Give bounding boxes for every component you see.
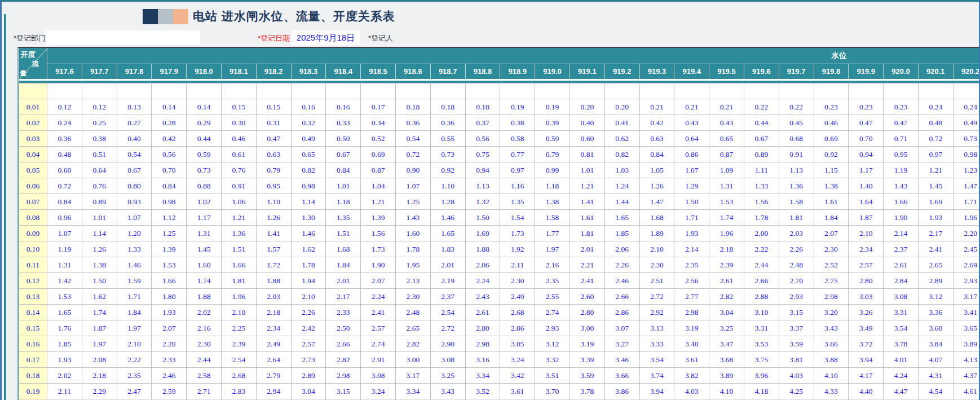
flow-value-cell: 3.74 (639, 368, 674, 384)
flow-value-cell: 2.01 (570, 241, 604, 257)
flow-value-cell: 2.94 (256, 384, 291, 399)
flow-value-cell: 2.35 (535, 273, 570, 289)
opening-row-label: 0.03 (19, 131, 47, 147)
flow-value-cell: 2.86 (500, 320, 535, 336)
flow-value-cell: 1.84 (117, 305, 152, 320)
flow-value-cell: 1.03 (604, 162, 639, 178)
flow-value-cell: 0.71 (884, 131, 919, 147)
flow-value-cell: 0.88 (187, 178, 222, 194)
flow-value-cell: 1.71 (117, 289, 152, 305)
flow-value-cell: 3.59 (570, 368, 604, 384)
water-level-column-header: 919.1 (570, 63, 604, 79)
flow-value-cell: 3.07 (604, 320, 639, 336)
flow-value-cell: 1.56 (744, 194, 779, 210)
flow-value-cell: 2.13 (395, 273, 430, 289)
water-level-flow-grid: 开度 流 量 917.6917.7917.8917.9918.0918.1918… (19, 48, 979, 400)
flow-value-cell: 1.07 (674, 162, 709, 178)
logo-square-navy (143, 9, 158, 24)
date-input[interactable]: 2025年9月18日 (292, 30, 360, 45)
flow-value-cell: 1.33 (117, 241, 152, 257)
flow-value-cell: 2.46 (152, 368, 187, 384)
flow-value-cell: 3.13 (639, 320, 674, 336)
water-level-column-header: 918.9 (500, 63, 535, 79)
table-row: 0.010.120.120.130.140.140.150.150.160.16… (19, 99, 979, 115)
flow-value-cell: 1.90 (361, 257, 396, 273)
flow-value-cell (535, 83, 570, 99)
flow-value-cell: 0.50 (326, 131, 361, 147)
flow-value-cell: 3.52 (465, 384, 500, 399)
flow-value-cell (884, 83, 919, 99)
flow-value-cell: 3.94 (639, 384, 674, 399)
flow-value-cell: 1.19 (884, 162, 919, 178)
app-window: 电站 进水闸水位、流量、开度关系表 *登记部门 *登记日期 2025年9月18日… (0, 0, 980, 400)
flow-value-cell: 1.01 (82, 210, 117, 226)
flow-value-cell: 1.89 (639, 226, 674, 241)
flow-value-cell: 1.29 (674, 178, 709, 194)
flow-value-cell: 1.50 (465, 210, 500, 226)
flow-value-cell (814, 83, 849, 99)
flow-value-cell: 2.44 (187, 352, 222, 368)
table-row: 0.030.360.380.400.420.440.460.470.490.50… (19, 131, 979, 147)
flow-value-cell: 3.89 (953, 336, 979, 352)
flow-value-cell: 0.19 (535, 99, 570, 115)
flow-value-cell (187, 83, 222, 99)
flow-value-cell: 2.42 (291, 320, 326, 336)
flow-value-cell: 3.72 (849, 336, 884, 352)
flow-value-cell: 0.96 (47, 210, 82, 226)
flow-value-cell: 2.61 (709, 273, 744, 289)
flow-value-cell (849, 83, 884, 99)
flow-value-cell: 3.59 (779, 336, 814, 352)
flow-value-cell: 3.00 (570, 320, 604, 336)
flow-value-cell: 2.10 (291, 289, 326, 305)
flow-value-cell: 1.26 (256, 210, 291, 226)
flow-value-cell: 3.25 (430, 368, 465, 384)
flow-value-cell: 2.57 (849, 257, 884, 273)
flow-value-cell: 2.71 (187, 384, 222, 399)
flow-value-cell: 1.25 (395, 194, 430, 210)
flow-value-cell: 2.58 (187, 368, 222, 384)
corner-header-cell: 开度 流 量 (19, 48, 47, 79)
flow-value-cell: 0.91 (779, 147, 814, 162)
flow-value-cell: 3.66 (604, 368, 639, 384)
flow-value-cell: 0.90 (395, 162, 430, 178)
corner-opening-label: 开度 (21, 50, 36, 60)
water-level-column-header: 918.4 (326, 63, 361, 79)
flow-value-cell: 1.78 (395, 241, 430, 257)
flow-value-cell: 4.25 (779, 384, 814, 399)
flow-value-cell: 1.53 (152, 257, 187, 273)
flow-value-cell: 0.17 (361, 99, 396, 115)
flow-value-cell: 2.29 (82, 384, 117, 399)
water-level-column-header: 920.0 (884, 63, 919, 79)
flow-value-cell: 2.41 (570, 273, 604, 289)
flow-value-cell: 1.11 (744, 162, 779, 178)
flow-value-cell: 0.76 (221, 162, 256, 178)
flow-value-cell: 1.93 (152, 305, 187, 320)
flow-value-cell: 1.46 (291, 226, 326, 241)
flow-value-cell: 1.14 (291, 194, 326, 210)
flow-value-cell: 2.91 (361, 352, 396, 368)
department-label: *登记部门 (14, 33, 46, 43)
flow-value-cell: 0.60 (570, 131, 604, 147)
department-input[interactable] (46, 30, 200, 45)
flow-value-cell: 0.54 (395, 131, 430, 147)
flow-value-cell: 2.93 (779, 289, 814, 305)
flow-value-cell (674, 83, 709, 99)
flow-value-cell (395, 83, 430, 99)
flow-value-cell: 3.12 (918, 289, 953, 305)
flow-value-cell: 0.23 (814, 99, 849, 115)
flow-value-cell: 0.97 (918, 147, 953, 162)
flow-value-cell: 3.82 (674, 368, 709, 384)
flow-value-cell: 4.03 (779, 368, 814, 384)
flow-value-cell: 1.65 (604, 210, 639, 226)
flow-value-cell: 0.92 (814, 147, 849, 162)
table-row: 0.101.191.261.331.391.451.511.571.621.68… (19, 241, 979, 257)
flow-value-cell: 3.68 (709, 352, 744, 368)
flow-value-cell: 2.26 (604, 257, 639, 273)
flow-value-cell: 0.97 (500, 162, 535, 178)
flow-value-cell: 2.54 (430, 305, 465, 320)
flow-value-cell: 1.19 (47, 241, 82, 257)
flow-value-cell: 0.60 (47, 162, 82, 178)
flow-value-cell: 2.50 (326, 320, 361, 336)
flow-value-cell: 1.68 (639, 210, 674, 226)
opening-row-label: 0.06 (19, 178, 47, 194)
